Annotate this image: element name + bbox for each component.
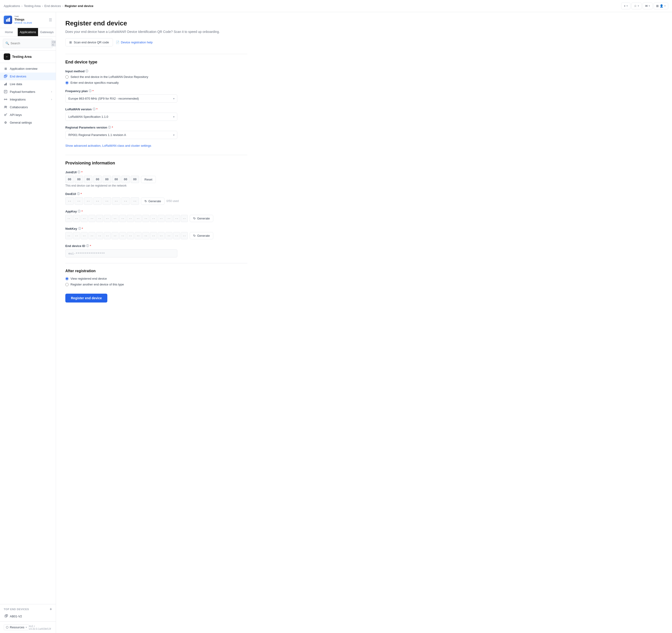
notifications-button[interactable]: ✉ ▾	[643, 3, 653, 9]
app-key-byte-1[interactable]	[73, 215, 80, 222]
join-eui-byte-7[interactable]	[131, 176, 139, 183]
radio-manual-input[interactable]	[65, 81, 69, 84]
app-key-byte-14[interactable]	[173, 215, 180, 222]
resources-button[interactable]: ⬡ Resources ▾	[4, 624, 29, 630]
generate-nwk-key-button[interactable]: ↻ Generate	[190, 232, 213, 239]
app-key-byte-15[interactable]	[181, 215, 188, 222]
sidebar-back[interactable]: ← Testing Area	[0, 51, 56, 63]
end-device-id-info: ⓘ	[86, 244, 89, 248]
app-key-byte-9[interactable]	[135, 215, 142, 222]
sidebar-item-integrations[interactable]: Integrations ›	[0, 96, 56, 103]
join-eui-byte-0[interactable]	[65, 176, 74, 183]
app-key-byte-4[interactable]	[96, 215, 103, 222]
sidebar-item-payload-formatters[interactable]: Payload formatters ›	[0, 88, 56, 96]
app-key-byte-2[interactable]	[81, 215, 88, 222]
dev-eui-byte-5[interactable]	[112, 197, 120, 205]
nwk-key-byte-0[interactable]	[65, 232, 72, 239]
after-reg-radio-view-input[interactable]	[65, 277, 69, 281]
join-eui-hint: This end device can be registered on the…	[65, 184, 247, 187]
nav-label-application-overview: Application overview	[10, 67, 38, 70]
dev-eui-byte-2[interactable]	[84, 197, 92, 205]
nwk-key-byte-12[interactable]	[158, 232, 165, 239]
after-reg-radio-another[interactable]: Register another end device of this type	[65, 283, 247, 286]
app-key-byte-12[interactable]	[158, 215, 165, 222]
app-key-byte-6[interactable]	[112, 215, 119, 222]
nwk-key-byte-15[interactable]	[181, 232, 188, 239]
device-list-item[interactable]: AB01-V2	[4, 613, 52, 620]
dev-eui-byte-3[interactable]	[93, 197, 102, 205]
app-key-byte-8[interactable]	[127, 215, 134, 222]
frequency-plan-select[interactable]: Europe 863-870 MHz (SF9 for RX2 - recomm…	[65, 95, 177, 103]
nwk-key-byte-8[interactable]	[127, 232, 134, 239]
dev-eui-byte-1[interactable]	[75, 197, 83, 205]
radio-repository[interactable]: Select the end device in the LoRaWAN Dev…	[65, 75, 247, 79]
join-eui-byte-3[interactable]	[93, 176, 102, 183]
sidebar-item-end-devices[interactable]: End devices	[0, 73, 56, 80]
tab-gateways[interactable]: Gateways	[38, 28, 56, 36]
reset-join-eui-button[interactable]: Reset	[141, 176, 156, 183]
nwk-key-byte-7[interactable]	[119, 232, 126, 239]
nwk-key-byte-5[interactable]	[104, 232, 111, 239]
dev-eui-byte-6[interactable]	[121, 197, 130, 205]
nwk-key-byte-3[interactable]	[89, 232, 95, 239]
dev-eui-byte-4[interactable]	[103, 197, 111, 205]
join-eui-byte-5[interactable]	[112, 176, 120, 183]
add-device-button[interactable]: +	[49, 607, 52, 611]
sidebar-item-application-overview[interactable]: ⊞ Application overview	[0, 65, 56, 73]
after-reg-radio-another-input[interactable]	[65, 283, 69, 286]
nwk-key-byte-10[interactable]	[142, 232, 149, 239]
breadcrumb-testing-area[interactable]: Testing Area	[24, 4, 41, 8]
join-eui-byte-2[interactable]	[84, 176, 92, 183]
nwk-key-byte-4[interactable]	[96, 232, 103, 239]
breadcrumb-applications[interactable]: Applications	[4, 4, 20, 8]
app-key-group: AppKey ⓘ *	[65, 210, 247, 222]
nwk-key-byte-6[interactable]	[112, 232, 119, 239]
app-key-byte-10[interactable]	[142, 215, 149, 222]
join-eui-byte-1[interactable]	[75, 176, 83, 183]
app-key-byte-3[interactable]	[89, 215, 95, 222]
tab-home[interactable]: Home	[0, 28, 18, 36]
sidebar-item-general-settings[interactable]: ⚙ General settings	[0, 119, 56, 126]
add-button[interactable]: + ▾	[621, 3, 630, 9]
lorawan-version-select[interactable]: LoRaWAN Specification 1.1.0	[65, 113, 177, 121]
nwk-key-byte-1[interactable]	[73, 232, 80, 239]
dev-eui-byte-7[interactable]	[131, 197, 139, 205]
bookmark-button[interactable]: ☆ ▾	[631, 3, 642, 9]
nwk-key-byte-2[interactable]	[81, 232, 88, 239]
nwk-key-byte-14[interactable]	[173, 232, 180, 239]
app-key-byte-0[interactable]	[65, 215, 72, 222]
advanced-settings-link[interactable]: Show advanced activation, LoRaWAN class …	[65, 144, 151, 147]
user-menu-button[interactable]: ⊞ 👤 ▾	[653, 3, 668, 9]
breadcrumb-end-devices[interactable]: End devices	[44, 4, 61, 8]
regional-params-select[interactable]: RP001 Regional Parameters 1.1 revision A	[65, 131, 177, 139]
app-key-byte-5[interactable]	[104, 215, 111, 222]
dev-eui-byte-0[interactable]	[65, 197, 74, 205]
back-button[interactable]: ←	[4, 53, 10, 60]
collapse-sidebar-button[interactable]: ☰	[49, 18, 52, 22]
search-input[interactable]	[10, 42, 50, 45]
generate-app-key-button[interactable]: ↻ Generate	[190, 215, 213, 222]
join-eui-byte-4[interactable]	[103, 176, 111, 183]
join-eui-byte-6[interactable]	[121, 176, 130, 183]
tab-applications[interactable]: Applications	[18, 28, 38, 36]
scan-qr-button[interactable]: ⊞ Scan end device QR code	[65, 38, 113, 46]
integrations-chevron: ›	[51, 98, 52, 101]
after-registration-title: After registration	[65, 269, 247, 273]
app-key-byte-13[interactable]	[165, 215, 172, 222]
generate-dev-eui-button[interactable]: ↻ Generate	[141, 198, 165, 205]
radio-manual[interactable]: Enter end device specifics manually	[65, 81, 247, 84]
sidebar-item-api-keys[interactable]: API keys	[0, 111, 56, 119]
help-link[interactable]: 📄 Device registration help	[116, 41, 152, 44]
after-reg-radio-view[interactable]: View registered end device	[65, 277, 247, 281]
nwk-key-byte-9[interactable]	[135, 232, 142, 239]
radio-repository-label: Select the end device in the LoRaWAN Dev…	[70, 75, 148, 79]
register-end-device-button[interactable]: Register end device	[65, 294, 107, 302]
sidebar-item-collaborators[interactable]: Collaborators	[0, 103, 56, 111]
nwk-key-byte-11[interactable]	[150, 232, 157, 239]
app-key-byte-7[interactable]	[119, 215, 126, 222]
sidebar-item-live-data[interactable]: Live data	[0, 80, 56, 88]
app-key-byte-11[interactable]	[150, 215, 157, 222]
nwk-key-byte-13[interactable]	[165, 232, 172, 239]
end-device-id-input[interactable]	[65, 249, 177, 258]
radio-repository-input[interactable]	[65, 75, 69, 79]
